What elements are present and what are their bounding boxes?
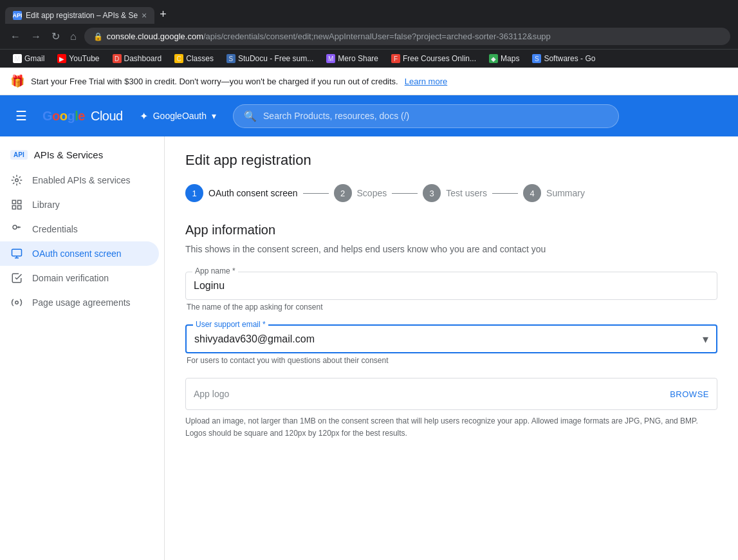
- banner-text: Start your Free Trial with $300 in credi…: [31, 77, 398, 86]
- enabled-apis-icon: [10, 174, 23, 186]
- svg-point-5: [13, 225, 17, 229]
- back-button[interactable]: ←: [8, 28, 23, 45]
- step-2-number: 2: [334, 184, 352, 202]
- search-icon: 🔍: [244, 110, 257, 122]
- browse-button[interactable]: BROWSE: [670, 389, 709, 399]
- content-area: Edit app registration 1 OAuth consent sc…: [165, 136, 738, 560]
- sidebar-item-oauth-consent[interactable]: OAuth consent screen: [0, 241, 159, 266]
- bookmark-youtube[interactable]: ▶YouTube: [52, 52, 104, 65]
- lock-icon: 🔒: [93, 32, 103, 41]
- sidebar-item-credentials[interactable]: Credentials: [0, 217, 159, 241]
- app-name-input[interactable]: [194, 277, 709, 294]
- sidebar-item-page-usage[interactable]: Page usage agreements: [0, 290, 159, 315]
- gc-header: ☰ Google Cloud ✦ GoogleOauth ▾ 🔍 Search …: [0, 95, 738, 136]
- bookmark-label-gmail: Gmail: [24, 54, 44, 63]
- section-description: This shows in the consent screen, and he…: [185, 243, 717, 256]
- step-3-label: Test users: [446, 188, 487, 198]
- bookmark-icon-studocu: S: [226, 54, 235, 63]
- api-badge: API: [10, 150, 28, 160]
- forward-button[interactable]: →: [28, 28, 44, 45]
- bookmark-dashboard[interactable]: DDashboard: [107, 52, 167, 65]
- url-text: console.cloud.google.com/apis/credential…: [107, 32, 551, 41]
- search-placeholder-text: Search Products, resources, docs (/): [263, 111, 409, 121]
- step-3[interactable]: 3 Test users: [423, 184, 487, 202]
- bookmark-freecourses[interactable]: FFree Courses Onlin...: [386, 52, 481, 65]
- bookmark-maps[interactable]: ◆Maps: [484, 52, 524, 65]
- svg-point-7: [15, 301, 19, 304]
- step-2[interactable]: 2 Scopes: [334, 184, 387, 202]
- sidebar-item-library[interactable]: Library: [0, 192, 159, 217]
- step-1[interactable]: 1 OAuth consent screen: [185, 184, 298, 202]
- oauth-consent-icon: [10, 248, 23, 259]
- url-bar[interactable]: 🔒 console.cloud.google.com/apis/credenti…: [84, 28, 730, 45]
- free-trial-banner: 🎁 Start your Free Trial with $300 in cre…: [0, 68, 738, 95]
- step-4-label: Summary: [546, 188, 585, 198]
- sidebar-title: APIs & Services: [34, 149, 104, 160]
- support-email-select[interactable]: shivyadav630@gmail.com: [194, 331, 708, 347]
- bookmark-label-classes: Classes: [186, 54, 214, 63]
- tab-title: Edit app registration – APIs & Se: [26, 11, 138, 20]
- bookmarks-bar: MGmail▶YouTubeDDashboardCClassesSStuDocu…: [0, 49, 738, 68]
- bookmark-icon-meroshare: M: [326, 54, 335, 63]
- hamburger-menu-button[interactable]: ☰: [10, 103, 32, 129]
- search-bar[interactable]: 🔍 Search Products, resources, docs (/): [233, 104, 619, 128]
- bookmark-label-freecourses: Free Courses Onlin...: [403, 54, 476, 63]
- sidebar-item-label-page-usage: Page usage agreements: [32, 297, 131, 308]
- page-title: Edit app registration: [185, 152, 717, 169]
- app-name-label: App name *: [192, 266, 238, 275]
- bookmark-softwares[interactable]: SSoftwares - Go: [527, 52, 600, 65]
- sidebar-item-label-domain: Domain verification: [32, 273, 109, 283]
- tab-close-button[interactable]: ×: [142, 11, 147, 20]
- step-divider-3: [492, 193, 518, 194]
- sidebar-item-label-credentials: Credentials: [32, 224, 78, 234]
- project-dropdown-arrow: ▾: [212, 111, 216, 121]
- library-icon: [10, 199, 23, 210]
- sidebar-item-label-oauth: OAuth consent screen: [32, 248, 122, 259]
- address-bar: ← → ↻ ⌂ 🔒 console.cloud.google.com/apis/…: [0, 24, 738, 49]
- step-1-number: 1: [185, 184, 203, 202]
- app-name-input-wrapper: App name *: [185, 272, 717, 300]
- bookmark-classes[interactable]: CClasses: [169, 52, 219, 65]
- domain-verification-icon: [10, 272, 23, 284]
- svg-rect-2: [18, 200, 21, 203]
- app-name-field: App name * The name of the app asking fo…: [185, 272, 717, 312]
- svg-point-0: [15, 179, 19, 182]
- svg-rect-4: [18, 206, 21, 209]
- sidebar: API APIs & Services Enabled APIs & servi…: [0, 136, 165, 560]
- reload-button[interactable]: ↻: [49, 28, 62, 45]
- new-tab-button[interactable]: +: [154, 5, 172, 24]
- bookmark-icon-gmail: M: [13, 54, 22, 63]
- main-layout: API APIs & Services Enabled APIs & servi…: [0, 136, 738, 560]
- step-1-label: OAuth consent screen: [208, 188, 298, 198]
- tab-favicon: API: [13, 11, 22, 20]
- sidebar-item-domain-verification[interactable]: Domain verification: [0, 266, 159, 290]
- step-divider-1: [303, 193, 329, 194]
- sidebar-item-label-library: Library: [32, 200, 60, 210]
- support-email-label: User support email *: [193, 320, 268, 329]
- bookmark-icon-dashboard: D: [113, 54, 122, 63]
- project-selector[interactable]: ✦ GoogleOauth ▾: [133, 106, 223, 126]
- home-button[interactable]: ⌂: [68, 28, 79, 45]
- bookmark-label-softwares: Softwares - Go: [544, 54, 595, 63]
- bookmark-icon-youtube: ▶: [57, 54, 66, 63]
- gift-icon: 🎁: [10, 74, 24, 88]
- bookmark-meroshare[interactable]: MMero Share: [321, 52, 383, 65]
- section-title: App information: [185, 223, 717, 238]
- project-name: GoogleOauth: [153, 111, 207, 121]
- step-divider-2: [392, 193, 418, 194]
- bookmark-label-youtube: YouTube: [69, 54, 99, 63]
- bookmark-icon-freecourses: F: [391, 54, 400, 63]
- step-2-label: Scopes: [357, 188, 387, 198]
- bookmark-studocu[interactable]: SStuDocu - Free sum...: [221, 52, 318, 65]
- browser-chrome: API Edit app registration – APIs & Se × …: [0, 0, 738, 68]
- search-container[interactable]: 🔍 Search Products, resources, docs (/): [233, 104, 619, 128]
- sidebar-item-enabled-apis[interactable]: Enabled APIs & services: [0, 168, 159, 192]
- active-tab[interactable]: API Edit app registration – APIs & Se ×: [5, 7, 154, 24]
- app-logo-label: App logo: [194, 389, 229, 399]
- bookmark-icon-classes: C: [174, 54, 183, 63]
- step-4[interactable]: 4 Summary: [523, 184, 585, 202]
- learn-more-link[interactable]: Learn more: [405, 77, 447, 86]
- support-email-hint: For users to contact you with questions …: [185, 356, 717, 365]
- bookmark-gmail[interactable]: MGmail: [8, 52, 50, 65]
- app-name-hint: The name of the app asking for consent: [185, 303, 717, 312]
